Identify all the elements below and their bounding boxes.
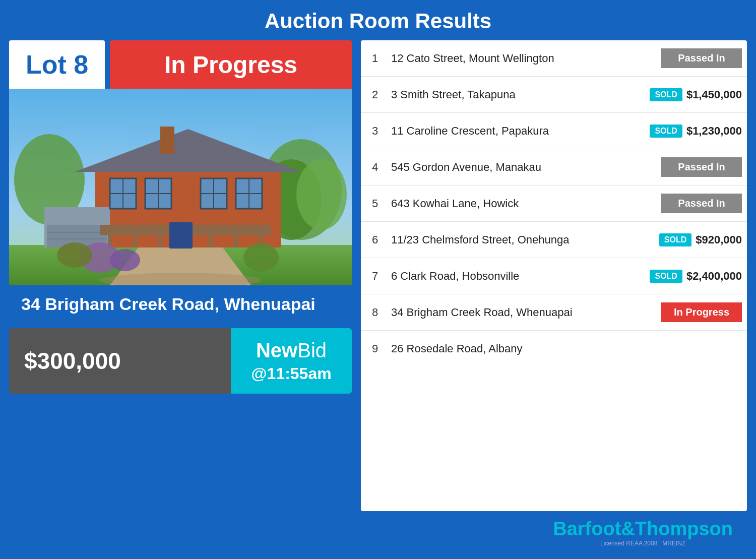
table-row: 23 Smith Street, TakapunaSOLD$1,450,000 <box>361 77 747 113</box>
lot-address: 545 Gordon Avenue, Manakau <box>385 161 641 174</box>
page-wrapper: Auction Room Results Lot 8 In Progress <box>0 0 756 559</box>
new-bid-label: NewBid <box>256 337 327 363</box>
lot-num: 7 <box>361 270 385 283</box>
table-row: 76 Clark Road, HobsonvilleSOLD$2,400,000 <box>361 258 747 294</box>
brand-part2: Thompson <box>635 518 733 539</box>
lot-address: 26 Rosedale Road, Albany <box>385 342 641 355</box>
sold-price: $920,000 <box>696 233 742 246</box>
sold-price: $2,400,000 <box>686 270 742 283</box>
svg-point-37 <box>57 242 92 268</box>
result-status: SOLD$920,000 <box>641 233 747 246</box>
lot-num: 5 <box>361 197 385 210</box>
lot-num: 8 <box>361 306 385 319</box>
lot-number: Lot 8 <box>9 40 105 89</box>
brand-part1: Barfoot <box>553 518 621 539</box>
lot-address: 34 Brigham Creek Road, Whenuapai <box>385 306 641 319</box>
footer-area: Barfoot&Thompson Licensed REAA 2008 MREI… <box>0 511 756 559</box>
house-svg <box>9 89 352 285</box>
lot-num: 4 <box>361 161 385 174</box>
svg-rect-9 <box>160 127 174 154</box>
lot-address: 12 Cato Street, Mount Wellington <box>385 52 641 65</box>
property-image <box>9 89 352 285</box>
result-status: Passed In <box>641 157 747 177</box>
lot-status-badge: In Progress <box>110 40 352 89</box>
bid-time: @11:55am <box>251 363 331 385</box>
passed-in-badge: Passed In <box>661 157 742 177</box>
table-row: 112 Cato Street, Mount WellingtonPassed … <box>361 40 747 77</box>
svg-point-36 <box>110 249 140 271</box>
lot-address: 11/23 Chelmsford Street, Onehunga <box>385 233 641 246</box>
brand-symbol: & <box>621 518 635 539</box>
brand-box: Barfoot&Thompson Licensed REAA 2008 MREI… <box>539 511 747 554</box>
table-row: 5643 Kowhai Lane, HowickPassed In <box>361 185 747 222</box>
brand-name: Barfoot&Thompson <box>553 518 733 540</box>
table-row: 834 Brigham Creek Road, WhenuapaiIn Prog… <box>361 294 747 331</box>
svg-point-3 <box>296 159 347 230</box>
passed-in-badge: Passed In <box>661 48 742 68</box>
main-content: Lot 8 In Progress <box>0 40 756 511</box>
sold-price: $1,450,000 <box>686 88 742 101</box>
new-label: New <box>256 339 297 361</box>
table-row: 926 Rosedale Road, Albany <box>361 331 747 367</box>
sold-badge: SOLD <box>650 88 682 101</box>
house-illustration <box>9 89 352 285</box>
lot-num: 6 <box>361 233 385 246</box>
lot-status-row: Lot 8 In Progress <box>9 40 352 89</box>
lot-num: 3 <box>361 125 385 138</box>
passed-in-badge: Passed In <box>661 194 742 213</box>
brand-sub1: Licensed REAA 2008 MREINZ <box>553 540 733 547</box>
sold-badge: SOLD <box>650 125 682 138</box>
bid-row: $300,000 NewBid @11:55am <box>9 328 352 394</box>
results-table: 112 Cato Street, Mount WellingtonPassed … <box>361 40 747 511</box>
bid-label: Bid <box>297 339 327 361</box>
result-status: SOLD$1,450,000 <box>641 88 747 101</box>
table-row: 4545 Gordon Avenue, ManakauPassed In <box>361 149 747 185</box>
result-status: In Progress <box>641 302 747 322</box>
bid-amount: $300,000 <box>9 328 231 394</box>
in-progress-badge: In Progress <box>661 302 742 322</box>
table-row: 611/23 Chelmsford Street, OnehungaSOLD$9… <box>361 222 747 258</box>
lot-num: 1 <box>361 52 385 65</box>
svg-rect-34 <box>169 222 193 249</box>
page-title: Auction Room Results <box>0 9 756 33</box>
sold-badge: SOLD <box>650 270 682 283</box>
lot-address: 3 Smith Street, Takapuna <box>385 88 641 101</box>
result-status: SOLD$2,400,000 <box>641 270 747 283</box>
lot-num: 2 <box>361 88 385 101</box>
result-status: SOLD$1,230,000 <box>641 125 747 138</box>
lot-address: 6 Clark Road, Hobsonville <box>385 270 641 283</box>
sold-badge: SOLD <box>659 233 691 246</box>
property-address: 34 Brigham Creek Road, Whenuapai <box>9 285 352 323</box>
result-status: Passed In <box>641 48 747 68</box>
left-panel: Lot 8 In Progress <box>9 40 352 511</box>
header: Auction Room Results <box>0 0 756 40</box>
sold-price: $1,230,000 <box>686 125 742 138</box>
new-bid-box: NewBid @11:55am <box>231 328 352 394</box>
svg-point-38 <box>243 243 279 272</box>
result-status: Passed In <box>641 194 747 213</box>
lot-num: 9 <box>361 342 385 355</box>
table-row: 311 Caroline Crescent, PapakuraSOLD$1,23… <box>361 113 747 149</box>
right-panel: 112 Cato Street, Mount WellingtonPassed … <box>361 40 747 511</box>
lot-address: 643 Kowhai Lane, Howick <box>385 197 641 210</box>
lot-address: 11 Caroline Crescent, Papakura <box>385 125 641 138</box>
